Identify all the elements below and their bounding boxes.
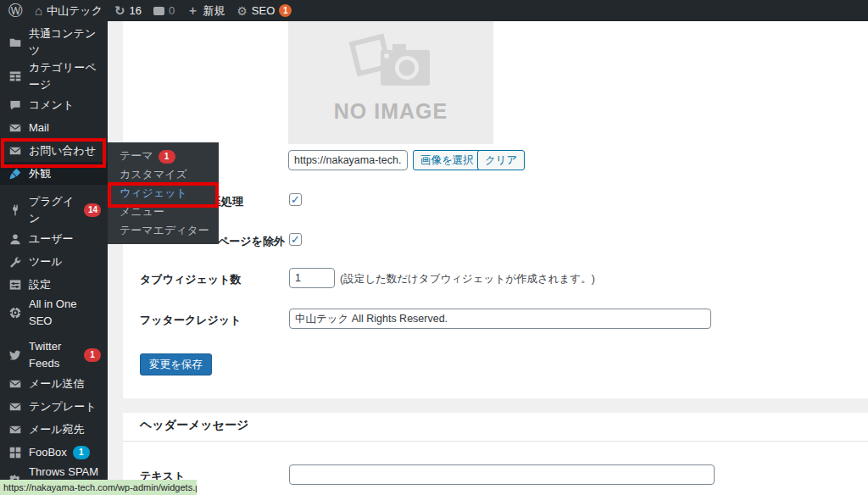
grid-icon bbox=[8, 70, 22, 82]
save-changes-button[interactable]: 変更を保存 bbox=[140, 353, 212, 375]
comment-icon bbox=[8, 99, 22, 111]
seo-notification-badge: 1 bbox=[279, 4, 292, 17]
sidebar-item-mail-to[interactable]: メール宛先 bbox=[0, 418, 108, 441]
submenu-item-customize[interactable]: カスタマイズ bbox=[108, 165, 219, 184]
envelope-icon bbox=[8, 378, 22, 390]
status-bar-url: https://nakayama-tech.com/wp-admin/widge… bbox=[0, 480, 197, 495]
submenu-item-label: カスタマイズ bbox=[120, 168, 187, 181]
submenu-item-label: テーマ bbox=[120, 149, 153, 162]
header-message-panel: ヘッダーメッセージ テキスト bbox=[123, 413, 868, 495]
updates-count: 16 bbox=[130, 4, 142, 17]
sidebar-item-label: 外観 bbox=[29, 165, 51, 182]
sidebar-item-label: テンプレート bbox=[29, 398, 97, 415]
home-icon: ⌂ bbox=[35, 3, 42, 18]
sidebar-item-label: Twitter Feeds bbox=[29, 338, 78, 372]
sidebar-item-common-content[interactable]: 共通コンテンツ bbox=[0, 25, 108, 59]
exclude-page-label: ページを除外 bbox=[218, 234, 285, 249]
lazy-process-checkbox[interactable]: ✓ bbox=[289, 193, 302, 206]
footer-credit-label: フッタークレジット bbox=[140, 313, 241, 328]
envelope-icon bbox=[8, 145, 22, 157]
count-badge: 1 bbox=[84, 348, 101, 362]
widget-options-panel: NO IMAGE 画像を選択 クリア 延処理 ✓ ページを除外 ✓ タブウィジェ… bbox=[123, 21, 868, 398]
sidebar-item-label: ユーザー bbox=[29, 231, 74, 248]
tab-widget-count-label: タブウィジェット数 bbox=[140, 272, 241, 287]
envelope-icon bbox=[8, 401, 22, 413]
tab-widget-count-input[interactable] bbox=[289, 268, 335, 288]
appearance-submenu: テーマ1カスタマイズウィジェットメニューテーマエディター bbox=[108, 142, 219, 244]
submenu-item-label: ウィジェット bbox=[120, 186, 187, 199]
updates-link[interactable]: ↻ 16 bbox=[114, 3, 142, 19]
count-badge: 1 bbox=[159, 150, 175, 164]
site-link[interactable]: ⌂ 中山テック bbox=[35, 3, 103, 19]
sidebar-item-label: メール送信 bbox=[29, 375, 85, 392]
header-message-title: ヘッダーメッセージ bbox=[140, 418, 248, 433]
updates-icon: ↻ bbox=[114, 3, 125, 19]
wordpress-logo-icon: Ⓦ bbox=[8, 3, 23, 18]
image-url-input[interactable] bbox=[288, 150, 408, 170]
sidebar-item-appearance[interactable]: 外観 bbox=[0, 162, 108, 185]
sidebar-item-label: ツール bbox=[29, 253, 63, 270]
submenu-item-label: メニュー bbox=[120, 205, 164, 218]
submenu-item-themes[interactable]: テーマ1 bbox=[108, 147, 219, 165]
seo-gear-icon: ⚙ bbox=[236, 4, 248, 18]
no-image-label: NO IMAGE bbox=[288, 99, 493, 124]
comments-link[interactable]: 0 bbox=[153, 4, 175, 17]
sidebar-item-plugins[interactable]: プラグイン14 bbox=[0, 193, 108, 227]
sidebar-item-all-in-one-seo[interactable]: All in One SEO bbox=[0, 296, 108, 330]
envelope-icon bbox=[8, 122, 22, 134]
user-icon bbox=[8, 233, 22, 245]
admin-bar: Ⓦ ⌂ 中山テック ↻ 16 0 ＋ 新規 ⚙ SEO 1 bbox=[0, 0, 868, 21]
submenu-item-menus[interactable]: メニュー bbox=[108, 203, 219, 221]
clear-button[interactable]: クリア bbox=[477, 150, 525, 170]
sidebar-item-mail-send[interactable]: メール送信 bbox=[0, 372, 108, 395]
sidebar-item-template[interactable]: テンプレート bbox=[0, 395, 108, 418]
sidebar-menu: 共通コンテンツカテゴリーページコメントMailお問い合わせ外観プラグイン14ユー… bbox=[0, 21, 108, 495]
submenu-item-theme-editor[interactable]: テーマエディター bbox=[108, 221, 219, 240]
sidebar-item-label: FooBox bbox=[29, 444, 67, 461]
sidebar-item-tools[interactable]: ツール bbox=[0, 250, 108, 273]
section-divider bbox=[123, 441, 868, 442]
sidebar-item-label: コメント bbox=[29, 97, 74, 114]
site-name: 中山テック bbox=[47, 3, 103, 19]
plus-icon: ＋ bbox=[186, 3, 198, 19]
wrench-icon bbox=[8, 256, 22, 268]
submenu-item-widgets[interactable]: ウィジェット bbox=[108, 184, 219, 203]
camera-icon bbox=[335, 31, 447, 99]
sidebar-item-label: All in One SEO bbox=[29, 296, 101, 330]
sidebar-item-label: プラグイン bbox=[29, 193, 78, 227]
sidebar-item-twitter-feeds[interactable]: Twitter Feeds1 bbox=[0, 338, 108, 372]
sidebar-item-label: カテゴリーページ bbox=[29, 59, 101, 93]
wordpress-menu[interactable]: Ⓦ bbox=[8, 3, 23, 18]
foobox-grid-icon bbox=[8, 447, 22, 459]
sidebar-item-settings[interactable]: 設定 bbox=[0, 273, 108, 296]
sidebar-item-users[interactable]: ユーザー bbox=[0, 227, 108, 250]
new-label: 新規 bbox=[203, 3, 225, 19]
no-image-placeholder: NO IMAGE bbox=[288, 21, 493, 144]
aioseo-gear-icon bbox=[8, 307, 22, 319]
twitter-icon bbox=[8, 349, 22, 361]
submenu-item-label: テーマエディター bbox=[120, 224, 209, 236]
sidebar-item-label: お問い合わせ bbox=[29, 142, 96, 159]
sidebar-item-mail[interactable]: Mail bbox=[0, 116, 108, 139]
count-badge: 1 bbox=[73, 446, 90, 459]
sidebar-item-foobox[interactable]: FooBox1 bbox=[0, 441, 108, 464]
envelope-icon bbox=[8, 424, 22, 436]
sidebar-item-label: 設定 bbox=[29, 276, 51, 293]
tab-widget-count-hint: (設定した数だけタブウィジェットが作成されます。) bbox=[340, 272, 595, 286]
footer-credit-input[interactable] bbox=[289, 309, 711, 329]
sidebar-item-comments[interactable]: コメント bbox=[0, 93, 108, 116]
comments-count: 0 bbox=[169, 4, 175, 17]
sliders-icon bbox=[8, 279, 22, 291]
new-content-link[interactable]: ＋ 新規 bbox=[186, 3, 225, 19]
plugin-icon bbox=[8, 204, 22, 216]
seo-label: SEO bbox=[252, 4, 275, 17]
header-message-text-input[interactable] bbox=[289, 464, 715, 485]
folder-icon bbox=[8, 36, 22, 48]
sidebar-item-category-page[interactable]: カテゴリーページ bbox=[0, 59, 108, 93]
exclude-page-checkbox[interactable]: ✓ bbox=[289, 233, 302, 246]
sidebar-item-contact[interactable]: お問い合わせ bbox=[0, 139, 108, 162]
sidebar-item-label: Mail bbox=[29, 120, 49, 136]
wordpress-admin-screen: Ⓦ ⌂ 中山テック ↻ 16 0 ＋ 新規 ⚙ SEO 1 bbox=[0, 0, 868, 495]
seo-link[interactable]: ⚙ SEO 1 bbox=[236, 4, 292, 18]
select-image-button[interactable]: 画像を選択 bbox=[413, 150, 481, 170]
